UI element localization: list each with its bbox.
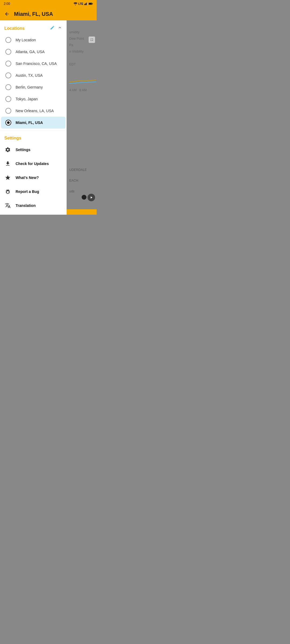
settings-title: Settings: [4, 136, 21, 140]
back-button[interactable]: [3, 10, 11, 18]
bug-icon: [4, 188, 11, 195]
fullscreen-icon: [90, 38, 94, 42]
locations-section-header: Locations: [0, 20, 67, 34]
check-updates-label: Check for Updates: [16, 162, 49, 166]
radio-unselected: [5, 84, 11, 90]
map-text-each: EACH: [69, 179, 78, 182]
settings-section: Settings Settings Check for Update: [0, 131, 67, 213]
status-bar: 2:00 LTE: [0, 0, 97, 8]
gear-icon: [4, 146, 11, 153]
radio-unselected: [5, 96, 11, 102]
download-icon: [4, 160, 11, 167]
app-bar: Miami, FL, USA: [0, 8, 97, 20]
signal-icon: [84, 2, 88, 5]
settings-menu-item[interactable]: Settings: [0, 143, 67, 157]
map-text-uderdale: UDERDALE: [69, 168, 87, 172]
report-bug-label: Report a Bug: [16, 189, 39, 194]
wifi-icon: [74, 2, 77, 5]
svg-rect-3: [86, 3, 87, 5]
battery-icon: [89, 2, 93, 5]
location-list: My Location Atlanta, GA, USA San Francis…: [0, 34, 67, 129]
radio-unselected: [5, 61, 11, 67]
back-arrow-icon: [4, 11, 10, 17]
play-button[interactable]: [88, 194, 95, 201]
play-icon: [89, 196, 93, 199]
chart-icon: [69, 74, 96, 85]
map-background: umidity Dew Point Pa n Visibility EDT 4 …: [67, 20, 97, 215]
location-label: New Orleans, LA, USA: [16, 109, 54, 113]
settings-label: Settings: [16, 148, 30, 152]
location-item-san-francisco[interactable]: San Francisco, CA, USA: [1, 58, 66, 69]
translation-label: Translation: [16, 203, 36, 208]
location-item-miami[interactable]: Miami, FL, USA: [1, 117, 66, 129]
location-label: Berlin, Germany: [16, 85, 43, 89]
check-updates-menu-item[interactable]: Check for Updates: [0, 157, 67, 171]
location-label: Atlanta, GA, USA: [16, 50, 45, 54]
radio-unselected: [5, 49, 11, 55]
star-icon: [4, 174, 11, 181]
svg-rect-7: [89, 3, 92, 5]
svg-rect-2: [86, 3, 86, 5]
edit-icon[interactable]: [50, 25, 55, 31]
location-label: Miami, FL, USA: [16, 120, 43, 125]
fullscreen-button[interactable]: [89, 36, 95, 43]
timeline-dot: [82, 195, 86, 200]
radio-selected: [5, 120, 11, 126]
app-bar-title: Miami, FL, USA: [14, 11, 53, 17]
status-time: 2:00: [4, 2, 10, 6]
location-label: San Francisco, CA, USA: [16, 61, 57, 66]
settings-section-header: Settings: [0, 133, 67, 143]
map-text-uds: uds: [69, 189, 74, 193]
section-actions: [50, 25, 62, 31]
report-bug-menu-item[interactable]: Report a Bug: [0, 185, 67, 199]
drawer-panel: Locations My Location: [0, 20, 67, 215]
radio-unselected: [5, 37, 11, 43]
location-item-tokyo[interactable]: Tokyo, Japan: [1, 93, 66, 105]
location-item-berlin[interactable]: Berlin, Germany: [1, 81, 66, 93]
location-item-new-orleans[interactable]: New Orleans, LA, USA: [1, 105, 66, 117]
whats-new-menu-item[interactable]: What's New?: [0, 171, 67, 185]
lte-label: LTE: [78, 2, 83, 5]
translate-icon: [4, 202, 11, 209]
location-label: My Location: [16, 38, 36, 42]
status-icons: LTE: [74, 2, 93, 5]
translation-menu-item[interactable]: Translation: [0, 199, 67, 213]
collapse-icon[interactable]: [57, 25, 62, 31]
map-overlay: umidity Dew Point Pa n Visibility EDT 4 …: [67, 20, 97, 93]
svg-rect-1: [85, 3, 85, 5]
location-item-austin[interactable]: Austin, TX, USA: [1, 69, 66, 81]
svg-rect-0: [84, 4, 85, 5]
whats-new-label: What's New?: [16, 175, 39, 180]
locations-title: Locations: [4, 26, 25, 31]
radio-inner-dot: [7, 121, 10, 124]
location-label: Tokyo, Japan: [16, 97, 38, 101]
svg-rect-4: [87, 2, 88, 5]
svg-rect-6: [92, 3, 93, 4]
main-container: Locations My Location: [0, 20, 97, 215]
radio-unselected: [5, 72, 11, 78]
radio-unselected: [5, 108, 11, 114]
location-item-atlanta[interactable]: Atlanta, GA, USA: [1, 46, 66, 58]
location-item-my-location[interactable]: My Location: [1, 34, 66, 46]
location-label: Austin, TX, USA: [16, 73, 43, 78]
